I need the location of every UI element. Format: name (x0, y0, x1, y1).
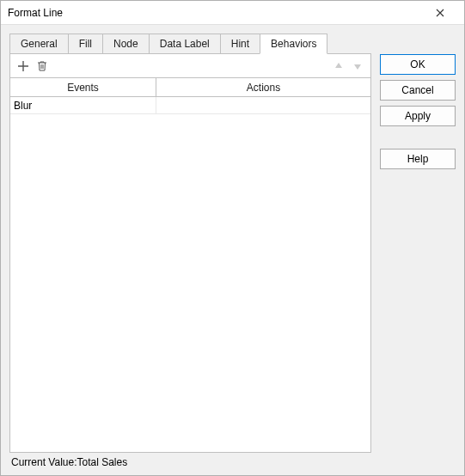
dialog-window: Format Line General Fill Node Data Label… (0, 0, 465, 476)
arrow-up-icon (333, 61, 344, 71)
trash-icon (36, 60, 48, 72)
column-header-events[interactable]: Events (10, 78, 156, 96)
close-icon (436, 9, 444, 17)
behaviors-table: Events Actions Blur (9, 77, 371, 453)
column-header-actions[interactable]: Actions (156, 78, 370, 96)
toolbar (9, 53, 371, 77)
close-button[interactable] (423, 1, 457, 25)
move-down-button[interactable] (348, 57, 367, 76)
table-row[interactable]: Blur (10, 97, 370, 114)
status-value: Total Sales (76, 456, 127, 468)
status-label: Current Value: (11, 456, 76, 468)
dialog-body: General Fill Node Data Label Hint Behavi… (1, 25, 464, 475)
help-button[interactable]: Help (380, 149, 456, 169)
button-panel: OK Cancel Apply Help (380, 34, 456, 470)
ok-button[interactable]: OK (380, 54, 456, 75)
status-bar: Current Value:Total Sales (9, 453, 371, 470)
tab-node[interactable]: Node (102, 34, 150, 54)
tab-data-label[interactable]: Data Label (149, 34, 221, 54)
tab-behaviors[interactable]: Behaviors (260, 34, 327, 54)
titlebar: Format Line (1, 1, 464, 25)
apply-button[interactable]: Apply (380, 106, 456, 126)
plus-icon (17, 60, 29, 72)
tab-bar: General Fill Node Data Label Hint Behavi… (9, 34, 371, 54)
button-gap (380, 131, 456, 143)
left-panel: General Fill Node Data Label Hint Behavi… (9, 34, 371, 470)
arrow-down-icon (352, 61, 363, 71)
cell-action[interactable] (156, 97, 370, 113)
delete-button[interactable] (33, 57, 52, 76)
tab-general[interactable]: General (9, 34, 69, 54)
table-header: Events Actions (10, 78, 370, 97)
tab-fill[interactable]: Fill (68, 34, 103, 54)
move-up-button[interactable] (329, 57, 348, 76)
tab-hint[interactable]: Hint (220, 34, 260, 54)
add-button[interactable] (14, 57, 33, 76)
cancel-button[interactable]: Cancel (380, 80, 456, 101)
window-title: Format Line (8, 7, 423, 19)
cell-event[interactable]: Blur (10, 97, 156, 113)
table-body: Blur (10, 97, 370, 452)
